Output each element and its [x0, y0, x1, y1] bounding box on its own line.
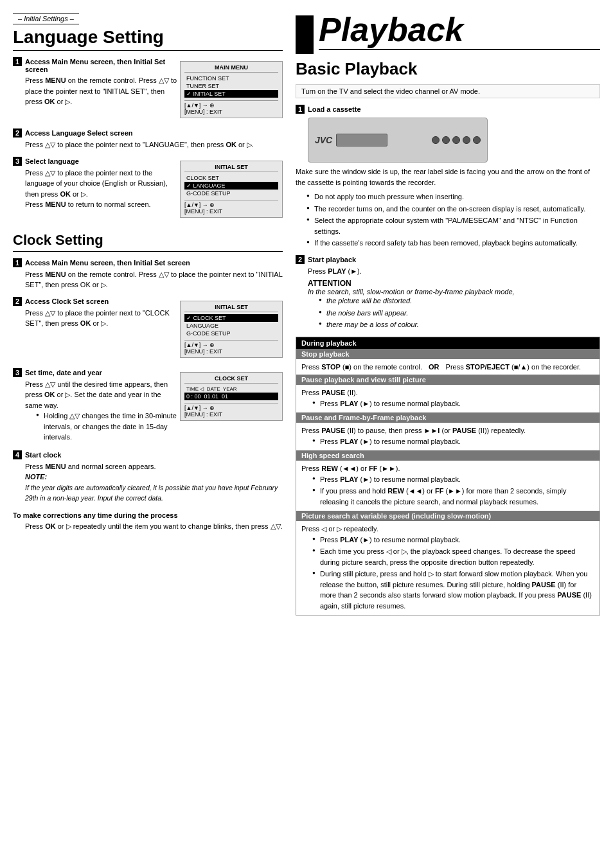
- bp-step1-bullet-3: Select the appropriate colour system wit…: [308, 215, 600, 236]
- clock-step3-title: Set time, date and year: [25, 369, 102, 376]
- initial-set-item-2: ✓ LANGUAGE: [184, 182, 278, 190]
- frame-playback-header: Pause and Frame-by-Frame playback: [296, 412, 600, 423]
- clock-step4-body: Press MENU and normal screen appears. NO…: [25, 461, 283, 504]
- during-playback-section: During playback Stop playback Press STOP…: [296, 337, 600, 616]
- intro-text: Turn on the TV and select the video chan…: [296, 84, 600, 98]
- clock-step2-num: 2: [13, 297, 22, 306]
- during-playback-header: During playback: [296, 337, 600, 349]
- clock-step4-num: 4: [13, 450, 22, 459]
- right-column: Playback Basic Playback Turn on the TV a…: [296, 13, 600, 855]
- main-menu-screen: MAIN MENU FUNCTION SET TUNER SET ✓ INITI…: [180, 61, 283, 118]
- lang-step2-title: Access Language Select screen: [25, 129, 133, 137]
- pause-playback-bullets: Press PLAY (►) to resume normal playback…: [314, 398, 594, 409]
- playback-header-row: Playback: [296, 13, 600, 54]
- clock-step3-bullets: Holding △▽ changes the time in 30-minute…: [37, 411, 283, 443]
- clock-step1-header: 1 Access Main Menu screen, then Initial …: [13, 258, 283, 267]
- correction-title: To make corrections any time during the …: [13, 511, 283, 519]
- lang-step3-num: 3: [13, 157, 22, 166]
- clock-initial-set-title: INITIAL SET: [184, 304, 278, 312]
- correction-box: To make corrections any time during the …: [13, 511, 283, 532]
- vcr-btn-5: [473, 136, 481, 144]
- clock-step2: INITIAL SET ✓ CLOCK SET LANGUAGE G-CODE …: [13, 297, 283, 362]
- main-menu-nav: [▲/▼] → ⊕[MENU] : EXIT: [184, 100, 278, 115]
- playback-title: Playback: [319, 13, 600, 46]
- high-speed-header: High speed search: [296, 450, 600, 461]
- bp-step2-num: 2: [296, 255, 305, 264]
- clock-step4-header: 4 Start clock: [13, 450, 283, 459]
- bp-step1-bullet-2: The recorder turns on, and the counter o…: [308, 204, 600, 215]
- clock-step1-title: Access Main Menu screen, then Initial Se…: [25, 259, 190, 267]
- pause-playback-content: Press PAUSE (II). Press PLAY (►) to resu…: [296, 385, 600, 412]
- high-speed-bullet-2: If you press and hold REW (◄◄) or FF (►►…: [314, 486, 594, 507]
- bp-step1-bullet-4: If the cassette's record safety tab has …: [308, 238, 600, 249]
- vcr-cassette-slot: [336, 134, 387, 146]
- stop-playback-header: Stop playback: [296, 349, 600, 359]
- lang-step2-body: Press △▽ to place the pointer next to "L…: [25, 139, 283, 150]
- vcr-button-group: [432, 136, 481, 144]
- high-speed-bullets: Press PLAY (►) to resume normal playback…: [314, 474, 594, 508]
- lang-step3-title: Select language: [25, 157, 79, 165]
- clock-set-row-values: 0 : 00 01.01 01: [184, 393, 278, 400]
- basic-playback-title: Basic Playback: [296, 59, 600, 79]
- clock-step4-title: Start clock: [25, 451, 61, 459]
- main-menu-item-2: TUNER SET: [184, 82, 278, 90]
- lang-step1-num: 1: [13, 57, 22, 66]
- clock-step3-bullet-1: Holding △▽ changes the time in 30-minute…: [37, 411, 283, 443]
- var-bullet-1: Press PLAY (►) to resume normal playback…: [314, 535, 594, 545]
- initial-set-screen: INITIAL SET CLOCK SET ✓ LANGUAGE G-CODE …: [180, 161, 283, 218]
- playback-black-box: [296, 15, 314, 54]
- var-bullet-2: Each time you press ◁ or ▷, the playback…: [314, 546, 594, 567]
- bp-step2-header: 2 Start playback: [296, 255, 600, 264]
- stop-playback-cols: Press STOP (■) on the remote control. OR…: [301, 362, 594, 373]
- variable-speed-content: Press ◁ or ▷ repeatedly. Press PLAY (►) …: [296, 521, 600, 615]
- clock-step3-num: 3: [13, 368, 22, 377]
- clock-step2-header: 2 Access Clock Set screen: [13, 297, 180, 306]
- vcr-brand-label: JVC: [315, 135, 332, 145]
- attention-bullets: the picture will be distorted. the noise…: [320, 296, 600, 330]
- bp-step1-title: Load a cassette: [308, 105, 361, 113]
- initial-settings-label: – Initial Settings –: [13, 13, 79, 24]
- cassette-caption: Make sure the window side is up, the rea…: [296, 166, 600, 188]
- main-menu-screen-title: MAIN MENU: [184, 64, 278, 73]
- clock-step3: CLOCK SET TIME ◁ DATE YEAR 0 : 00 01.01 …: [13, 368, 283, 444]
- clock-initial-item-3: G-CODE SETUP: [184, 330, 278, 337]
- correction-body: Press OK or ▷ repeatedly until the item …: [25, 521, 283, 532]
- bp-step1-bullet-1: Do not apply too much pressure when inse…: [308, 191, 600, 202]
- language-setting-title: Language Setting: [13, 27, 283, 51]
- vcr-btn-3: [452, 136, 460, 144]
- left-column: – Initial Settings – Language Setting MA…: [13, 13, 283, 855]
- bp-step1-num: 1: [296, 105, 305, 114]
- clock-setting-title: Clock Setting: [13, 232, 283, 252]
- attention-bullet-1: the picture will be distorted.: [320, 296, 600, 306]
- bp-step1-header: 1 Load a cassette: [296, 105, 600, 114]
- initial-set-screen-title: INITIAL SET: [184, 164, 278, 172]
- vcr-btn-4: [463, 136, 470, 144]
- clock-step1-num: 1: [13, 258, 22, 267]
- frame-playback-bullets: Press PLAY (►) to resume normal playback…: [314, 436, 594, 447]
- attention-label: ATTENTION: [308, 279, 600, 288]
- note-label: NOTE:: [25, 473, 47, 481]
- attention-box: ATTENTION In the search, still, slow-mot…: [308, 279, 600, 330]
- lang-step2-header: 2 Access Language Select screen: [13, 128, 283, 137]
- high-speed-content: Press REW (◄◄) or FF (►►). Press PLAY (►…: [296, 461, 600, 511]
- pause-bullet-1: Press PLAY (►) to resume normal playback…: [314, 398, 594, 409]
- vcr-btn-2: [442, 136, 450, 144]
- attention-bullet-3: there may be a loss of colour.: [320, 319, 600, 330]
- bp-step1-bullets: Do not apply too much pressure when inse…: [308, 191, 600, 249]
- lang-step3-header: 3 Select language: [13, 157, 180, 166]
- lang-step1-header: 1 Access Main Menu screen, then Initial …: [13, 57, 180, 73]
- note-text: If the year digits are automatically cle…: [25, 484, 278, 502]
- clock-initial-set-screen: INITIAL SET ✓ CLOCK SET LANGUAGE G-CODE …: [180, 301, 283, 358]
- bp-step2-body: Press PLAY (►).: [308, 266, 600, 277]
- clock-step3-header: 3 Set time, date and year: [13, 368, 180, 377]
- lang-step3: INITIAL SET CLOCK SET ✓ LANGUAGE G-CODE …: [13, 157, 283, 222]
- lang-step2-num: 2: [13, 128, 22, 137]
- stop-playback-right: Press STOP/EJECT (■/▲) on the recorder.: [446, 362, 582, 373]
- clock-initial-nav: [▲/▼] → ⊕[MENU] : EXIT: [184, 340, 278, 355]
- stop-playback-left: Press STOP (■) on the remote control.: [301, 362, 422, 373]
- high-speed-bullet-1: Press PLAY (►) to resume normal playback…: [314, 474, 594, 485]
- main-menu-item-1: FUNCTION SET: [184, 75, 278, 82]
- var-bullet-3: During still picture, press and hold ▷ t…: [314, 569, 594, 611]
- attention-text: In the search, still, slow-motion or fra…: [308, 288, 600, 296]
- vcr-image: JVC: [308, 118, 488, 163]
